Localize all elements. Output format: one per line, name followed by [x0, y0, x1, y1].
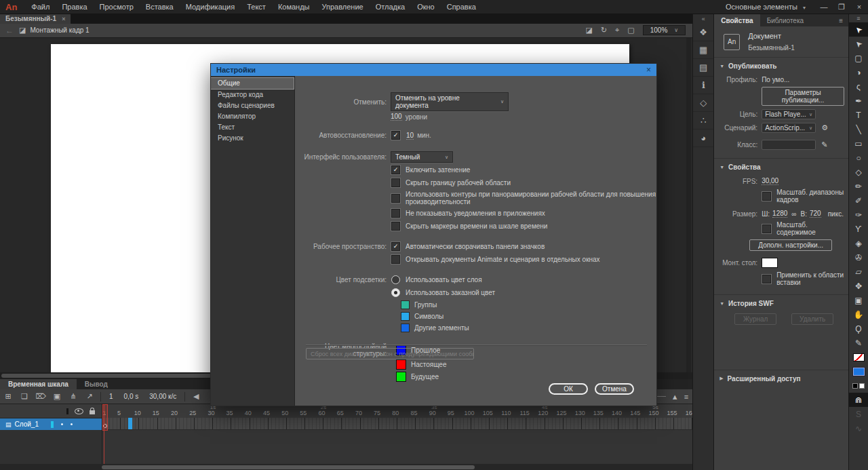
eyedropper-tool[interactable]: ✎: [849, 336, 868, 350]
advanced-settings-button[interactable]: Дополн. настройки...: [749, 239, 832, 251]
timeline-panel-menu-icon[interactable]: ≡: [684, 393, 688, 401]
menu-item[interactable]: Правка: [56, 3, 93, 11]
clip-content-outline-icon[interactable]: ▢: [627, 26, 634, 35]
radio-button[interactable]: [391, 288, 400, 297]
workspace-switcher[interactable]: Основные элементы ▾: [726, 3, 806, 11]
scale-content-checkbox[interactable]: Масштаб. содержимое: [762, 221, 844, 236]
onion-color-swatch[interactable]: [396, 372, 406, 382]
menu-item[interactable]: Справка: [441, 3, 482, 11]
layer-frames-row[interactable]: [102, 418, 692, 430]
autorecovery-checkbox[interactable]: ✓: [391, 131, 400, 140]
timeline-ruler[interactable]: 1s2s3s4s5s151015202530354045505560657075…: [102, 404, 692, 418]
selection-tool[interactable]: ➤: [849, 22, 868, 37]
swf-history-header[interactable]: ▼ История SWF: [718, 298, 844, 310]
bone-tool[interactable]: Ƴ: [849, 222, 868, 236]
checkbox-box[interactable]: [391, 194, 400, 203]
camera-tool[interactable]: ▣: [849, 293, 868, 307]
dialog-category-item[interactable]: Общие: [211, 77, 294, 90]
layer-lock-dot[interactable]: [71, 423, 73, 425]
center-stage-icon[interactable]: ⌖: [615, 26, 619, 35]
onion-color-swatch[interactable]: [396, 359, 406, 370]
asset-warp-tool[interactable]: ✥: [849, 279, 868, 293]
checkbox-box[interactable]: [762, 275, 771, 283]
timeline-tab[interactable]: Вывод: [77, 379, 116, 389]
new-folder-icon[interactable]: ❏: [16, 392, 33, 401]
zoom-tool[interactable]: Ϙ: [849, 321, 868, 336]
swatches-panel-icon[interactable]: ▦: [693, 41, 713, 59]
ui-option-checkbox[interactable]: Скрыть границу рабочей области: [391, 178, 511, 188]
dialog-category-item[interactable]: Редактор кода: [211, 90, 294, 100]
highlight-radio[interactable]: Использовать цвет слоя: [391, 275, 482, 285]
close-button[interactable]: ×: [850, 3, 868, 11]
stage-color-swatch[interactable]: [762, 258, 778, 268]
frame-rate-indicator[interactable]: 30,00 к/с: [149, 393, 176, 400]
panel-menu-icon[interactable]: ≡: [833, 14, 848, 26]
tab-close-icon[interactable]: ×: [62, 16, 65, 22]
eye-icon[interactable]: [75, 408, 83, 414]
ok-button[interactable]: ОК: [549, 383, 588, 395]
pen-tool[interactable]: ✒: [849, 94, 868, 108]
workspace-option-checkbox[interactable]: ✓Автоматически сворачивать панели значко…: [391, 241, 545, 252]
checkbox-box[interactable]: [391, 222, 400, 231]
fps-value[interactable]: 30,00: [762, 177, 778, 185]
menu-item[interactable]: Файл: [25, 3, 56, 11]
text-tool[interactable]: T: [849, 108, 868, 122]
swf-clear-button[interactable]: Удалить: [791, 313, 833, 325]
ui-option-checkbox[interactable]: ✓Включить затенение: [391, 165, 470, 175]
ui-option-checkbox[interactable]: Скрыть маркеры времени на шкале времени: [391, 221, 547, 231]
publish-settings-button[interactable]: Параметры публикации...: [762, 87, 844, 106]
width-value[interactable]: 1280: [772, 210, 787, 218]
fill-color-swatch[interactable]: [849, 364, 868, 378]
step-back-icon[interactable]: ◀: [188, 392, 204, 401]
back-arrow-icon[interactable]: ←: [0, 26, 19, 35]
dialog-category-item[interactable]: Рисунок: [211, 133, 294, 144]
profile-value[interactable]: По умо...: [762, 76, 789, 83]
link-dimensions-icon[interactable]: ∞: [791, 210, 796, 218]
pencil-tool[interactable]: ✏: [849, 179, 868, 193]
info-panel-icon[interactable]: ℹ: [693, 77, 713, 94]
polystar-tool[interactable]: ◇: [849, 165, 868, 179]
selected-frame-cell[interactable]: [128, 418, 132, 429]
dialog-category-item[interactable]: Текст: [211, 122, 294, 133]
menu-item[interactable]: Управление: [316, 3, 370, 11]
layer-visibility-dot[interactable]: [61, 423, 63, 425]
free-transform-tool[interactable]: ▢: [849, 51, 868, 65]
layer-color-swatch[interactable]: [51, 421, 54, 428]
rectangle-tool[interactable]: ▭: [849, 136, 868, 151]
menu-item[interactable]: Окно: [411, 3, 441, 11]
stroke-color-swatch[interactable]: [849, 350, 868, 364]
script-dropdown[interactable]: ActionScrip...∨: [762, 123, 816, 133]
publish-section-header[interactable]: ▼ Опубликовать: [718, 61, 844, 73]
height-value[interactable]: 720: [810, 210, 821, 218]
edit-pencil-icon[interactable]: ✎: [821, 140, 827, 149]
apply-paste-checkbox[interactable]: Применить к области вставки: [762, 271, 844, 286]
line-tool[interactable]: ╲: [849, 122, 868, 136]
snap-magnet-toggle[interactable]: ⋒: [849, 393, 868, 407]
menu-item[interactable]: Текст: [241, 3, 272, 11]
class-input[interactable]: [762, 140, 816, 150]
menu-item[interactable]: Команды: [272, 3, 316, 11]
workspace-option-checkbox[interactable]: Открывать документы Animate и сценария в…: [391, 254, 600, 265]
checkbox-box[interactable]: [391, 178, 400, 187]
parent-view-icon[interactable]: ⋔: [65, 392, 81, 401]
lock-icon[interactable]: [90, 410, 95, 414]
expand-panels-icon[interactable]: «: [702, 16, 705, 24]
smooth-curves-toggle[interactable]: ∿: [849, 421, 868, 435]
oval-tool[interactable]: ○: [849, 151, 868, 165]
timeline-frames-area[interactable]: 1s2s3s4s5s151015202530354045505560657075…: [102, 404, 692, 464]
menu-item[interactable]: Модификация: [180, 3, 241, 11]
lasso-tool[interactable]: ς: [849, 79, 868, 94]
ui-option-checkbox[interactable]: Не показывать уведомления в приложениях: [391, 208, 545, 218]
cancel-button[interactable]: Отмена: [595, 383, 634, 395]
dialog-category-item[interactable]: Файлы сценариев: [211, 100, 294, 111]
minimize-button[interactable]: —: [815, 3, 833, 11]
swf-log-button[interactable]: Журнал: [734, 313, 776, 325]
restore-button[interactable]: ❐: [833, 3, 850, 12]
motion-presets-panel-icon[interactable]: ∴: [693, 112, 713, 130]
breadcrumb[interactable]: Монтажный кадр 1: [30, 26, 89, 34]
delete-layer-icon[interactable]: ⌦: [33, 392, 49, 401]
undo-mode-dropdown[interactable]: Отменить на уровне документа∨: [391, 92, 509, 111]
stage-zoom-dropdown[interactable]: 100%∨: [643, 25, 686, 35]
document-tab[interactable]: Безымянный-1 ×: [0, 14, 71, 24]
timeline-tab[interactable]: Временная шкала: [0, 379, 77, 389]
